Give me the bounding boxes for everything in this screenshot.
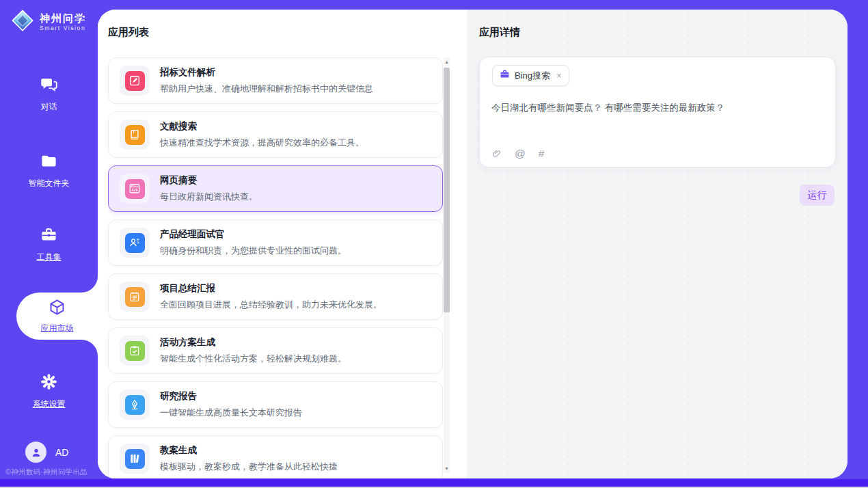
app-list-panel: 应用列表 招标文件解析 帮助用户快速、准确地理解和解析招标书中的关键信息 [98,10,467,478]
brand-name: 神州问学 [40,12,86,24]
app-name: 文献搜索 [160,120,364,133]
app-desc: 全面回顾项目进展，总结经验教训，助力未来优化发展。 [160,299,382,311]
briefcase-icon [500,69,510,82]
diamond-logo-icon [11,9,34,35]
composer-toolbar: @ # [492,148,544,160]
app-desc: 模板驱动，教案秒成，教学准备从此轻松快捷 [160,461,338,473]
active-tab-notch [81,276,98,293]
note-icon [125,287,145,307]
at-icon[interactable]: @ [515,148,526,160]
app-desc: 明确身份和职责，为您提供专业性的面试问题。 [160,245,347,257]
app-desc: 一键智能生成高质量长文本研究报告 [160,407,302,419]
list-item-pm-interviewer[interactable]: 产品经理面试官 明确身份和职责，为您提供专业性的面试问题。 [108,219,443,266]
tool-chip-label: Bing搜索 [515,70,550,82]
prompt-input[interactable]: 今日湖北有哪些新闻要点？ 有哪些需要关注的最新政策？ [491,101,822,115]
list-item-research-report[interactable]: 研究报告 一键智能生成高质量长文本研究报告 [108,381,443,428]
sidebar-item-label: 智能文件夹 [29,178,70,189]
cube-icon [48,298,66,319]
avatar [25,442,46,463]
edit-doc-icon [125,71,145,91]
list-item-literature-search[interactable]: 文献搜索 快速精准查找学术资源，提高研究效率的必备工具。 [108,111,443,158]
list-scrollbar[interactable]: ▲ ▼ [444,57,450,473]
list-item-bid-parsing[interactable]: 招标文件解析 帮助用户快速、准确地理解和解析招标书中的关键信息 [108,57,443,104]
user-account[interactable]: AD [25,442,68,463]
app-desc: 每日政府新闻资讯快查。 [160,191,258,203]
app-name: 网页摘要 [160,174,258,187]
sidebar-item-app-market[interactable]: 应用市场 [16,293,98,340]
app-name: 教案生成 [160,444,338,457]
interviewer-icon [125,233,145,253]
sidebar-item-smart-folder[interactable]: 智能文件夹 [0,152,98,189]
prompt-composer: Bing搜索 × 今日湖北有哪些新闻要点？ 有哪些需要关注的最新政策？ @ # [479,57,836,167]
sidebar-item-label: 系统设置 [33,398,66,410]
app-name: 产品经理面试官 [160,228,347,241]
app-name: 活动方案生成 [160,336,347,349]
list-item-event-plan[interactable]: 活动方案生成 智能生成个性化活动方案，轻松解决规划难题。 [108,327,443,374]
app-name: 研究报告 [160,390,302,403]
book-icon [125,125,145,145]
app-name: 项目总结汇报 [160,282,382,295]
brand-logo: 神州问学 Smart Vision [11,9,86,35]
app-detail-title: 应用详情 [479,26,520,39]
main-container: 应用列表 招标文件解析 帮助用户快速、准确地理解和解析招标书中的关键信息 [98,10,847,478]
clipboard-check-icon [125,341,145,361]
ink-pen-icon [125,395,145,415]
tool-chip-bing-search[interactable]: Bing搜索 × [492,65,569,86]
sidebar-item-chat[interactable]: 对话 [0,75,98,113]
app-desc: 帮助用户快速、准确地理解和解析招标书中的关键信息 [160,83,373,95]
scrollbar-thumb[interactable] [444,68,450,312]
sidebar-item-toolbox[interactable]: 工具集 [0,226,98,263]
app-desc: 快速精准查找学术资源，提高研究效率的必备工具。 [160,137,364,149]
app-name: 招标文件解析 [160,66,373,79]
app-list-title: 应用列表 [108,26,149,39]
books-icon [125,449,145,469]
hash-icon[interactable]: # [539,148,545,160]
list-item-web-summary[interactable]: 网页摘要 每日政府新闻资讯快查。 [108,165,443,212]
web-code-icon [125,179,145,199]
scroll-up-icon[interactable]: ▲ [444,57,450,66]
close-icon[interactable]: × [556,70,562,81]
user-name: AD [55,447,68,458]
app-card-list: 招标文件解析 帮助用户快速、准确地理解和解析招标书中的关键信息 文献搜索 快速精… [108,57,443,478]
list-item-lesson-plan[interactable]: 教案生成 模板驱动，教案秒成，教学准备从此轻松快捷 [108,435,443,478]
folder-icon [40,152,58,173]
sidebar-footer: ©神州数码·神州问学出品 [5,467,97,477]
sidebar-item-label: 对话 [41,101,57,113]
sidebar-item-label: 工具集 [37,252,62,263]
toolbox-icon [40,226,58,247]
sidebar-item-settings[interactable]: 系统设置 [0,372,98,410]
chat-icon [40,75,58,96]
app-desc: 智能生成个性化活动方案，轻松解决规划难题。 [160,353,347,365]
scroll-down-icon[interactable]: ▼ [444,464,450,473]
paperclip-icon[interactable] [492,148,502,159]
sidebar-item-label: 应用市场 [41,323,74,334]
person-icon [30,446,42,459]
bottom-bar [0,479,868,488]
brand-subtitle: Smart Vision [40,25,86,31]
run-button[interactable]: 运行 [800,185,835,206]
active-tab-notch [81,340,98,356]
app-detail-panel: 应用详情 Bing搜索 × 今日湖北有哪些新闻要点？ 有哪些需要关注的最新政策？ [467,10,847,478]
gear-icon [40,372,58,394]
list-item-project-summary[interactable]: 项目总结汇报 全面回顾项目进展，总结经验教训，助力未来优化发展。 [108,273,443,320]
